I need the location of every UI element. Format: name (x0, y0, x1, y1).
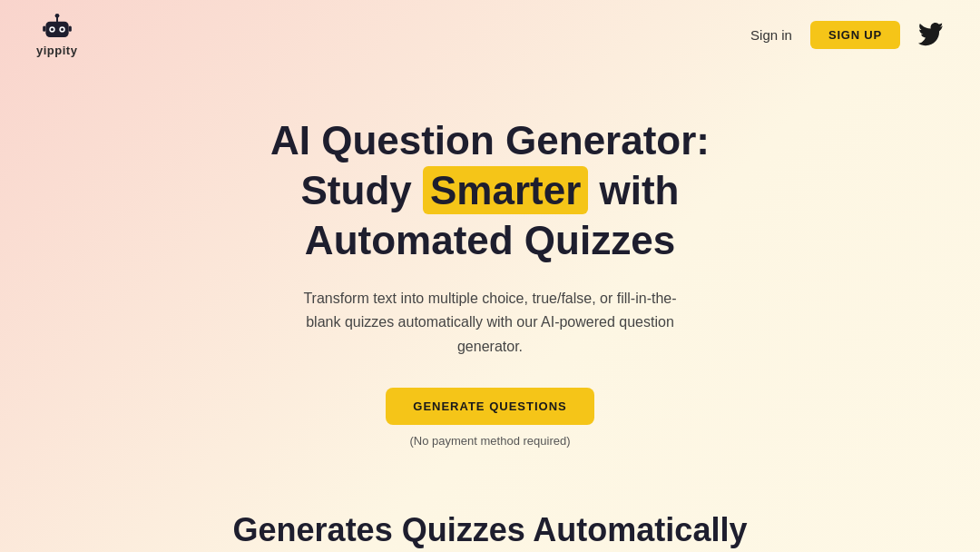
generate-questions-button[interactable]: GENERATE QUESTIONS (386, 388, 593, 425)
cta-area: GENERATE QUESTIONS (No payment method re… (18, 388, 962, 448)
twitter-icon[interactable] (918, 23, 944, 48)
auto-section-title: Generates Quizzes Automatically (18, 511, 962, 549)
logo: yippity (36, 13, 77, 57)
svg-rect-8 (68, 25, 71, 31)
hero-title-line3: Automated Quizzes (305, 218, 675, 262)
svg-point-4 (61, 28, 64, 31)
logo-text: yippity (36, 44, 77, 57)
logo-icon (40, 13, 74, 42)
hero-title: AI Question Generator: Study Smarter wit… (18, 115, 962, 265)
svg-point-3 (51, 28, 54, 31)
header: yippity Sign in SIGN UP (0, 0, 980, 70)
hero-title-line1: AI Question Generator: (270, 118, 710, 163)
no-payment-text: (No payment method required) (409, 434, 570, 448)
hero-title-with: with (588, 168, 679, 212)
hero-section: AI Question Generator: Study Smarter wit… (0, 70, 980, 475)
hero-title-highlight: Smarter (423, 166, 588, 214)
signup-button[interactable]: SIGN UP (810, 21, 900, 49)
nav-right: Sign in SIGN UP (750, 21, 944, 49)
hero-title-study-prefix: Study (301, 168, 423, 212)
svg-point-6 (54, 14, 59, 18)
auto-section: Generates Quizzes Automatically Simply p… (0, 475, 980, 552)
hero-subtitle: Transform text into multiple choice, tru… (299, 287, 681, 359)
signin-link[interactable]: Sign in (750, 27, 792, 43)
svg-rect-0 (45, 22, 68, 37)
svg-rect-7 (43, 25, 45, 31)
